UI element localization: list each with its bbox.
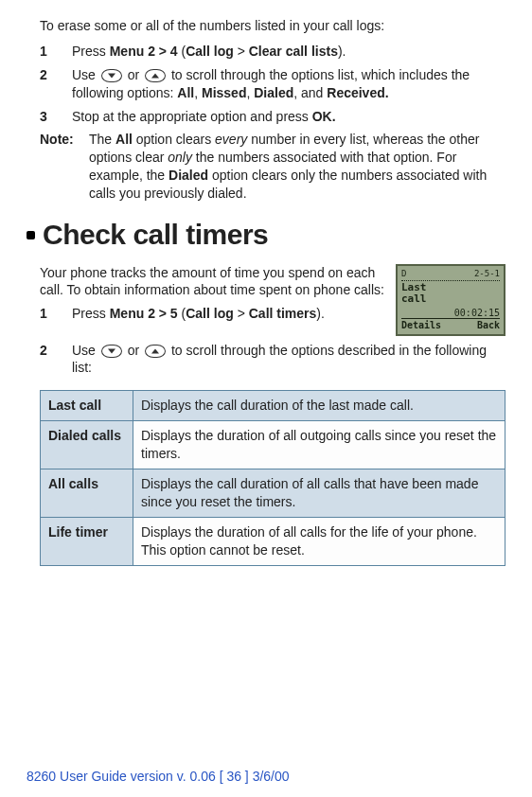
- timers-step-2: 2 Use or to scroll through the options d…: [40, 342, 505, 378]
- txt: Stop at the appropriate option and press: [72, 109, 312, 124]
- term-cell: Life timer: [41, 517, 133, 565]
- timers-step-1: 1 Press Menu 2 > 5 (Call log > Call time…: [40, 305, 386, 323]
- step-number: 2: [40, 342, 57, 378]
- txt: option clears: [133, 132, 215, 147]
- note-text: The All option clears every number in ev…: [89, 131, 505, 203]
- desc-cell: Displays the call duration of all calls …: [133, 469, 505, 517]
- txt: ).: [338, 44, 346, 59]
- term-cell: Last call: [41, 391, 133, 421]
- txt: Press: [72, 306, 110, 321]
- erase-intro: To erase some or all of the numbers list…: [40, 17, 505, 35]
- phone-line2: call: [401, 293, 500, 305]
- table-row: Last callDisplays the call duration of t…: [41, 391, 505, 421]
- txt: or: [124, 343, 143, 358]
- note-label: Note:: [40, 131, 81, 203]
- table-row: All callsDisplays the call duration of a…: [41, 469, 505, 517]
- menu-path: Menu 2 > 4: [110, 44, 178, 59]
- em-only: only: [168, 150, 192, 165]
- scroll-down-icon: [101, 345, 122, 358]
- term-cell: Dialed calls: [41, 421, 133, 469]
- opt-all: All: [115, 132, 133, 147]
- txt: , and: [293, 85, 327, 100]
- phone-signal: D: [401, 268, 406, 279]
- step-text: Stop at the appropriate option and press…: [72, 108, 505, 126]
- phone-date: 2-5-1: [474, 268, 500, 279]
- heading-text: Check call timers: [43, 216, 268, 255]
- em-every: every: [215, 132, 247, 147]
- check-timers-heading: Check call timers: [27, 216, 505, 255]
- erase-step-2: 2 Use or to scroll through the options l…: [40, 66, 505, 102]
- table-row: Dialed callsDisplays the duration of all…: [41, 421, 505, 469]
- opt-dialed: Dialed: [168, 168, 208, 183]
- phone-softkey-right: Back: [477, 319, 500, 332]
- table-row: Life timerDisplays the duration of all c…: [41, 517, 505, 565]
- scroll-down-icon: [101, 69, 122, 82]
- phone-softkey-left: Details: [401, 319, 441, 332]
- txt: Use: [72, 343, 99, 358]
- step-text: Use or to scroll through the options lis…: [72, 66, 505, 102]
- bullet-icon: [27, 231, 35, 239]
- page-footer: 8260 User Guide version v. 0.06 [ 36 ] 3…: [27, 768, 290, 786]
- desc-cell: Displays the duration of all outgoing ca…: [133, 421, 505, 469]
- desc-cell: Displays the duration of all calls for t…: [133, 517, 505, 565]
- opt-missed: Missed: [202, 85, 246, 100]
- phone-line1: Last: [401, 282, 500, 293]
- opt-dialed: Dialed: [254, 85, 293, 100]
- phone-screen-illustration: D 2-5-1 Last call 00:02:15 Details Back: [396, 264, 505, 336]
- step-text: Press Menu 2 > 5 (Call log > Call timers…: [72, 305, 386, 323]
- note-block: Note: The All option clears every number…: [40, 131, 505, 203]
- erase-step-3: 3 Stop at the appropriate option and pre…: [40, 108, 505, 126]
- opt-received: Received.: [327, 85, 388, 100]
- erase-step-1: 1 Press Menu 2 > 4 (Call log > Clear cal…: [40, 43, 505, 61]
- step-number: 1: [40, 43, 57, 61]
- step-number: 2: [40, 66, 57, 102]
- desc-cell: Displays the call duration of the last m…: [133, 391, 505, 421]
- menu-path: Menu 2 > 5: [110, 306, 178, 321]
- step-number: 1: [40, 305, 57, 323]
- call-log-label: Call log: [186, 44, 234, 59]
- clear-lists-label: Clear call lists: [249, 44, 338, 59]
- txt: ).: [316, 306, 325, 321]
- step-text: Use or to scroll through the options des…: [72, 342, 505, 378]
- check-timers-body: D 2-5-1 Last call 00:02:15 Details Back …: [40, 264, 505, 566]
- call-log-label: Call log: [186, 306, 234, 321]
- erase-steps: 1 Press Menu 2 > 4 (Call log > Clear cal…: [40, 43, 505, 126]
- txt: >: [234, 306, 249, 321]
- timer-options-table: Last callDisplays the call duration of t…: [40, 390, 505, 565]
- txt: >: [234, 44, 249, 59]
- txt: Press: [72, 44, 110, 59]
- call-timers-label: Call timers: [249, 306, 317, 321]
- txt: ,: [194, 85, 202, 100]
- txt: or: [124, 67, 143, 82]
- txt: (: [178, 306, 186, 321]
- step-number: 3: [40, 108, 57, 126]
- step-text: Press Menu 2 > 4 (Call log > Clear call …: [72, 43, 505, 61]
- scroll-up-icon: [145, 69, 166, 82]
- scroll-up-icon: [145, 345, 166, 358]
- txt: The: [89, 132, 115, 147]
- txt: Use: [72, 67, 99, 82]
- opt-all: All: [177, 85, 194, 100]
- txt: (: [178, 44, 186, 59]
- term-cell: All calls: [41, 469, 133, 517]
- ok-label: OK.: [312, 109, 336, 124]
